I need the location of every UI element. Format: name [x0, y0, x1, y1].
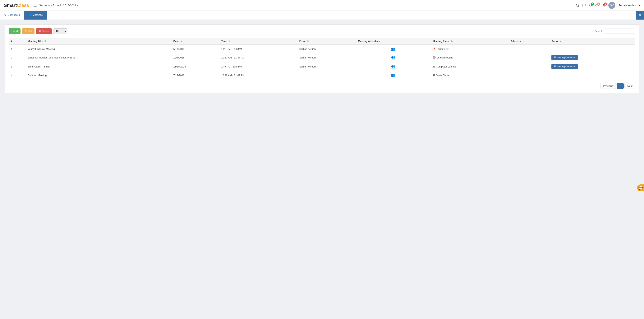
cell-title: SmartClass Training [26, 62, 171, 71]
meetings-table: # Meeting Title ⇅ Date ▼ Time ⇅ From ⇅ M… [8, 38, 636, 79]
svg-line-1 [578, 6, 579, 6]
close-icon: × [639, 14, 641, 17]
bell-badge: 7 [591, 2, 594, 6]
search-nav-button[interactable] [576, 4, 579, 7]
sort-time-icon: ⇅ [228, 40, 230, 42]
cell-attendees[interactable]: 👥 [356, 53, 430, 62]
previous-button[interactable]: Previous [600, 83, 616, 89]
place-icon: 🖥 [433, 65, 435, 68]
col-from[interactable]: From ⇅ [297, 38, 356, 45]
cell-from: Serkan Yerdan [297, 62, 356, 71]
cell-place: 🖥Computer Lounge [430, 62, 508, 71]
cell-address [508, 62, 549, 71]
meetings-card: + Add ✎ Edit 🗑 Delete 10 25 50 100 Searc… [4, 24, 640, 93]
edit-button[interactable]: ✎ Edit [22, 28, 34, 34]
col-actions: Actions [549, 38, 636, 45]
page-1-button[interactable]: 1 [616, 83, 624, 89]
cell-num: 3 [8, 62, 26, 71]
tab-dashboard[interactable]: ⚙ Dashboard [0, 11, 24, 20]
user-name[interactable]: Serkan Yerdan [618, 4, 636, 7]
attendees-icon[interactable]: 👥 [391, 73, 395, 77]
cell-time: 1:23 PM - 2:23 PM [219, 45, 297, 53]
tabs-bar: ⚙ Dashboard 👥 Meetings × [0, 11, 644, 20]
cell-from: Serkan Yerdan [297, 53, 356, 62]
avatar: SY [608, 2, 615, 9]
search-label: Search: [594, 30, 603, 32]
dashboard-icon: ⚙ [4, 14, 6, 16]
table-row: 4 Contract Meeting 7/12/2018 10:49 AM - … [8, 71, 636, 79]
chat-nav-button[interactable] [582, 4, 586, 7]
attendees-icon[interactable]: 👥 [391, 47, 395, 51]
attendees-icon[interactable]: 👥 [391, 64, 395, 68]
bell-nav-button[interactable]: 7 [589, 4, 592, 7]
megaphone-badge: 2 [597, 2, 600, 6]
cell-title: Yearly Financial Meeting [26, 45, 171, 53]
col-time[interactable]: Time ⇅ [219, 38, 297, 45]
svg-marker-2 [596, 4, 597, 6]
sort-date-icon: ▼ [180, 40, 182, 42]
navbar-right: 7 2 1 SY Serkan Yerdan ▾ [576, 2, 640, 9]
cell-num: 1 [8, 45, 26, 53]
table-row: 2 Jonathan Mayhem Job Meeting for #45632… [8, 53, 636, 62]
col-attendees: Meeting Attendees [356, 38, 430, 45]
sort-title-icon: ⇅ [44, 40, 46, 42]
brand-logo[interactable]: SmartClass [4, 3, 29, 8]
tab-meetings[interactable]: 👥 Meetings [24, 11, 47, 20]
delete-button[interactable]: 🗑 Delete [36, 28, 52, 34]
brand-smart: Smart [4, 3, 17, 8]
attendees-icon[interactable]: 👥 [391, 56, 395, 60]
cell-attendees[interactable]: 👥 [356, 62, 430, 71]
cell-title: Jonathan Mayhem Job Meeting for #45632 [26, 53, 171, 62]
search-input[interactable] [605, 28, 636, 34]
col-num: # [8, 38, 26, 45]
cell-date: 11/30/2018 [171, 62, 219, 71]
svg-point-0 [576, 4, 578, 6]
col-title[interactable]: Meeting Title ⇅ [26, 38, 171, 45]
list-nav-button[interactable]: 1 [602, 4, 605, 7]
place-icon: 🖥 [433, 74, 435, 77]
cell-address [508, 45, 549, 53]
cell-actions: ☰ Meeting Decisions [549, 53, 636, 62]
cell-time: 10:49 AM - 11:49 AM [219, 71, 297, 79]
cell-actions [549, 71, 636, 79]
next-button[interactable]: Next [624, 83, 636, 89]
school-label[interactable]: Secondary School · 2018-2019 [39, 4, 76, 7]
menu-icon[interactable]: ☰ [34, 3, 37, 8]
sort-place-icon: ⇅ [451, 40, 452, 42]
table-header-row: # Meeting Title ⇅ Date ▼ Time ⇅ From ⇅ M… [8, 38, 636, 45]
cell-place: 📍Lounge 101 [430, 45, 508, 53]
table-row: 1 Yearly Financial Meeting 5/14/2019 1:2… [8, 45, 636, 53]
brand-class: Class [17, 3, 29, 8]
list-badge: 1 [604, 2, 607, 6]
cell-time: 10:37 AM - 11:37 AM [219, 53, 297, 62]
col-address: Address [508, 38, 549, 45]
main-content: + Add ✎ Edit 🗑 Delete 10 25 50 100 Searc… [0, 20, 644, 98]
avatar-initials: SY [610, 4, 614, 7]
meetings-tab-icon: 👥 [28, 14, 32, 16]
add-button[interactable]: + Add [8, 28, 20, 34]
toolbar: + Add ✎ Edit 🗑 Delete 10 25 50 100 Searc… [8, 28, 636, 34]
cell-address [508, 71, 549, 79]
cell-date: 7/12/2018 [171, 71, 219, 79]
col-date[interactable]: Date ▼ [171, 38, 219, 45]
cell-num: 2 [8, 53, 26, 62]
school-dropdown-arrow[interactable]: ▾ [77, 4, 78, 7]
col-place[interactable]: Meeting Place ⇅ [430, 38, 508, 45]
megaphone-nav-button[interactable]: 2 [595, 4, 599, 7]
place-icon: 💬 [433, 56, 436, 59]
cell-from: Serkan Yerdan [297, 45, 356, 53]
search-icon [576, 4, 579, 7]
meeting-decisions-button[interactable]: ☰ Meeting Decisions [552, 64, 578, 69]
navbar: SmartClass ☰ Secondary School · 2018-201… [0, 0, 644, 11]
per-page-select[interactable]: 10 25 50 100 [53, 28, 67, 34]
tab-close-button[interactable]: × [636, 11, 644, 20]
cell-attendees[interactable]: 👥 [356, 45, 430, 53]
chat-icon [582, 4, 586, 7]
tab-meetings-label: Meetings [32, 14, 43, 16]
meeting-decisions-button[interactable]: ☰ Meeting Decisions [552, 55, 578, 60]
cell-title: Contract Meeting [26, 71, 171, 79]
cell-attendees[interactable]: 👥 [356, 71, 430, 79]
cell-place: 💬Virtual Meeting [430, 53, 508, 62]
sort-from-icon: ⇅ [307, 40, 309, 42]
user-dropdown-arrow[interactable]: ▾ [639, 4, 640, 7]
